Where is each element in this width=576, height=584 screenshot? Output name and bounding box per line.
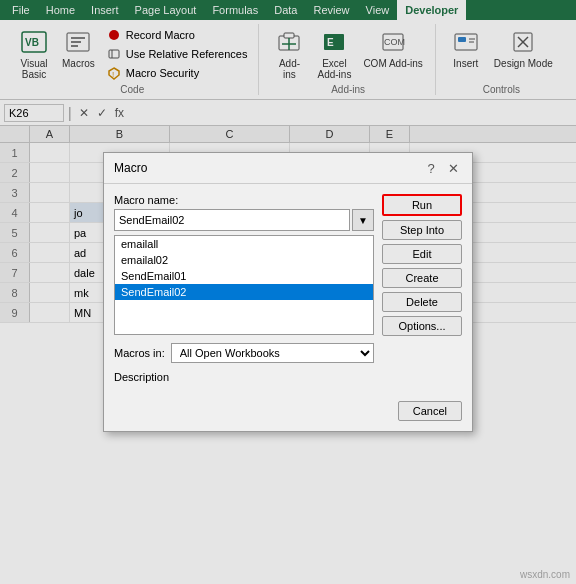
description-label: Description <box>114 371 374 383</box>
macro-name-label: Macro name: <box>114 194 374 206</box>
description-section: Description <box>114 371 374 383</box>
list-item-selected[interactable]: SendEmail02 <box>115 284 373 300</box>
dialog-title-icons: ? ✕ <box>422 159 462 177</box>
macros-in-row: Macros in: All Open Workbooks This Workb… <box>114 343 374 363</box>
dialog-close-icon[interactable]: ✕ <box>444 159 462 177</box>
macro-name-row: ▼ <box>114 209 374 231</box>
dialog-title: Macro <box>114 161 147 175</box>
dialog-left: Macro name: ▼ emailall emailal02 SendEma… <box>114 194 374 385</box>
list-item[interactable]: SendEmail01 <box>115 268 373 284</box>
cancel-button[interactable]: Cancel <box>398 401 462 421</box>
edit-button[interactable]: Edit <box>382 244 462 264</box>
step-into-button[interactable]: Step Into <box>382 220 462 240</box>
options-button[interactable]: Options... <box>382 316 462 336</box>
dialog-bottom: Cancel <box>104 395 472 431</box>
macro-name-expand-button[interactable]: ▼ <box>352 209 374 231</box>
macros-in-label: Macros in: <box>114 347 165 359</box>
dialog-help-icon[interactable]: ? <box>422 159 440 177</box>
run-button[interactable]: Run <box>382 194 462 216</box>
delete-button[interactable]: Delete <box>382 292 462 312</box>
dialog-title-bar: Macro ? ✕ <box>104 153 472 184</box>
dialog-overlay: Macro ? ✕ Macro name: ▼ emailall emailal… <box>0 0 576 584</box>
list-item[interactable]: emailall <box>115 236 373 252</box>
macro-list[interactable]: emailall emailal02 SendEmail01 SendEmail… <box>114 235 374 335</box>
macro-dialog: Macro ? ✕ Macro name: ▼ emailall emailal… <box>103 152 473 432</box>
dialog-right: Run Step Into Edit Create Delete Options… <box>382 194 462 385</box>
dialog-body: Macro name: ▼ emailall emailal02 SendEma… <box>104 184 472 395</box>
list-item[interactable]: emailal02 <box>115 252 373 268</box>
macros-in-select[interactable]: All Open Workbooks This Workbook <box>171 343 374 363</box>
macro-name-input[interactable] <box>114 209 350 231</box>
create-button[interactable]: Create <box>382 268 462 288</box>
